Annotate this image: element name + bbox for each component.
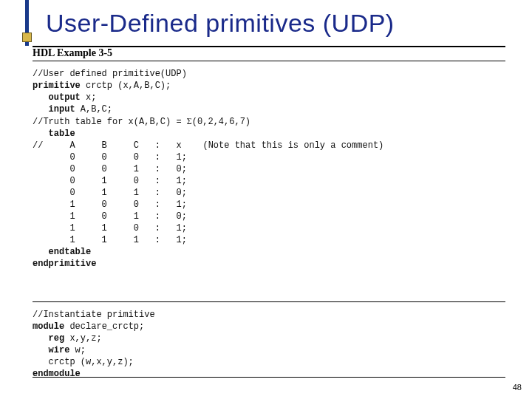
code-text: x; [81, 92, 97, 103]
code-line: //Instantiate primitive [33, 310, 155, 320]
keyword-module: module [33, 321, 64, 332]
page-number: 48 [513, 383, 522, 392]
code-text: w; [69, 345, 86, 355]
table-row: 0 0 0 : 1; [33, 152, 187, 163]
table-row: 0 1 0 : 1; [33, 176, 187, 186]
keyword-endtable: endtable [33, 247, 91, 257]
sigma-icon: Σ [187, 116, 192, 126]
code-text: x,y,z; [64, 333, 101, 344]
rule-under-heading [33, 61, 505, 61]
keyword-input: input [33, 104, 75, 115]
code-text: declare_crctp; [64, 321, 144, 332]
table-row: 1 0 0 : 1; [33, 200, 187, 210]
table-row: 1 1 0 : 1; [33, 223, 187, 233]
slide-title: User-Defined primitives (UDP) [46, 9, 395, 38]
keyword-table: table [33, 129, 75, 139]
table-row: 0 1 1 : 0; [33, 188, 187, 198]
slide: User-Defined primitives (UDP) HDL Exampl… [0, 0, 532, 399]
table-row: 1 1 1 : 1; [33, 235, 187, 245]
keyword-wire: wire [33, 345, 69, 355]
keyword-primitive: primitive [33, 81, 81, 91]
keyword-endprimitive: endprimitive [33, 259, 96, 269]
table-row: 0 0 1 : 0; [33, 164, 187, 174]
keyword-output: output [33, 92, 81, 103]
rule-mid [33, 301, 505, 302]
code-block-module: //Instantiate primitive module declare_c… [33, 309, 505, 380]
table-row: 1 0 1 : 0; [33, 211, 187, 222]
code-text: crctp (x,A,B,C); [81, 81, 171, 91]
code-text: A,B,C; [75, 104, 112, 115]
code-text: //Truth table for x(A,B,C) = [33, 117, 187, 127]
hdl-example-heading: HDL Example 3-5 [33, 47, 112, 59]
code-text: (0,2,4,6,7) [192, 117, 250, 127]
table-header-comment: // A B C : x (Note that this is only a c… [33, 140, 383, 151]
code-line: //User defined primitive(UDP) [33, 69, 187, 79]
code-block-primitive: //User defined primitive(UDP) primitive … [33, 68, 505, 270]
rule-bottom [33, 377, 505, 378]
accent-square-icon [22, 33, 32, 42]
code-line: crctp (w,x,y,z); [33, 357, 134, 367]
keyword-reg: reg [33, 333, 64, 344]
